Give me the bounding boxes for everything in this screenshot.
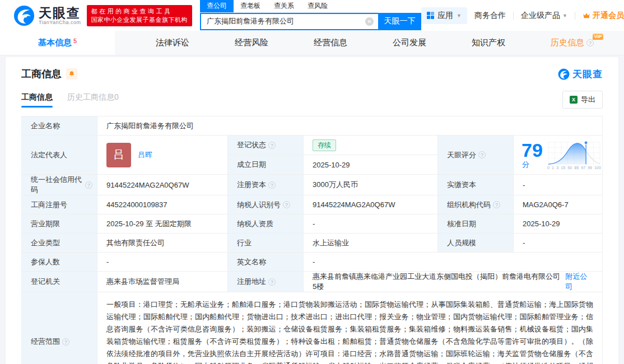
help-icon[interactable]: ? xyxy=(586,39,594,46)
tianyan-score-cell[interactable]: 79分 xyxy=(514,136,603,175)
tab-legal-proceedings[interactable]: 法律诉讼 xyxy=(151,31,194,55)
help-icon[interactable]: ? xyxy=(268,278,276,286)
help-icon[interactable]: ? xyxy=(493,201,500,208)
tab-label: 历史信息 xyxy=(551,38,584,48)
field-label: 天眼评分 ? xyxy=(438,136,514,175)
nav-enterprise-products[interactable]: 企业级产品 ▼ xyxy=(521,11,567,21)
field-value: 水上运输业 xyxy=(304,234,438,253)
company-info-table: 企业名称 广东揭阳前詹港务有限公司 法定代表人 吕 吕晖 登记状态 ? 存续 xyxy=(21,116,603,364)
registration-subtabs: 工商信息 历史工商信息0 X 导出 xyxy=(21,91,603,109)
field-label: 参保人数 xyxy=(22,253,97,272)
field-value: 2025-10-29 至 无固定期限 xyxy=(97,214,228,234)
search-tab-risk[interactable]: 查风险 xyxy=(301,0,334,12)
status-cell: 存续 xyxy=(304,136,437,155)
avatar[interactable]: 吕 xyxy=(106,143,131,167)
score-unit: 分 xyxy=(522,160,529,169)
company-name-cell: 广东揭阳前詹港务有限公司 xyxy=(97,116,602,136)
bell-icon xyxy=(68,71,75,77)
brand-logo[interactable]: 天眼查 TianYanCha.com xyxy=(13,5,81,26)
promo-line-2: 国家中小企业发展子基金旗下机构 xyxy=(91,16,188,24)
enterprise-label: 企业级产品 xyxy=(521,11,560,21)
registered-address-cell: 惠来县前詹镇惠来临港产业园工业大道东侧国电投（揭阳）前詹港电有限公司5楼 附近公… xyxy=(304,272,602,292)
chevron-down-icon: ▼ xyxy=(457,13,462,18)
tianyancha-watermark: 天眼查 xyxy=(558,68,603,81)
business-registration-card: 工商信息 天眼查 工商信息 历史工商信息0 X 导出 企业名称 xyxy=(6,57,618,364)
chart-axis-labels: 0131550859799100 xyxy=(547,166,601,170)
field-value: 2025-10-29 xyxy=(514,214,602,234)
tianyancha-logo-icon xyxy=(13,5,35,26)
search-button[interactable]: 天眼一下 xyxy=(378,13,421,30)
tab-label: 基本信息 xyxy=(38,38,72,48)
vip-label: 开通会员 xyxy=(593,11,624,21)
apps-menu[interactable]: 应用 ▼ xyxy=(421,7,467,24)
field-value: - xyxy=(97,253,228,272)
search-tab-relation[interactable]: 查关系 xyxy=(267,0,301,12)
chevron-down-icon: ▼ xyxy=(562,13,567,18)
table-row: 企业类型 其他有限责任公司 行业 水上运输业 人员规模 - xyxy=(22,234,602,253)
table-row: 法定代表人 吕 吕晖 登记状态 ? 存续 成立日期 2025-10-29 xyxy=(22,136,602,175)
search-input[interactable] xyxy=(200,13,378,30)
field-label: 实缴资本 xyxy=(438,175,514,195)
field-value: - xyxy=(304,253,602,272)
business-scope-text: 一般项目：港口理货；无船承运业务；船舶港口服务；港口货物装卸搬运活动；国际货物运… xyxy=(97,292,602,364)
page-title: 工商信息 xyxy=(21,67,62,81)
field-label: 纳税人资质 xyxy=(228,214,304,234)
vip-badge: VIP xyxy=(593,34,603,40)
nearby-companies-link[interactable]: 附近公司 xyxy=(565,272,593,292)
clear-search-icon[interactable]: ✕ xyxy=(365,17,374,26)
help-icon[interactable]: ? xyxy=(62,338,69,346)
subscribe-bell-chip[interactable] xyxy=(66,68,77,80)
apps-grid-icon xyxy=(427,12,434,19)
help-icon[interactable]: ? xyxy=(268,181,276,189)
score-distribution-chart: 0131550859799100 xyxy=(547,140,601,170)
tab-business-info[interactable]: 经营信息 xyxy=(309,31,352,55)
status-label: 登记状态 xyxy=(237,140,266,150)
field-label: 统一社会信用代码? xyxy=(22,175,97,195)
field-value: 445224000109837 xyxy=(97,195,228,214)
tab-basic-info[interactable]: 基本信息 5 xyxy=(0,31,115,55)
brand-domain: TianYanCha.com xyxy=(39,20,81,25)
field-value: 3000万人民币 xyxy=(304,175,438,195)
field-value: 91445224MAG2A0Q67W xyxy=(304,195,438,214)
divider xyxy=(513,12,514,20)
help-icon[interactable]: ? xyxy=(268,142,276,149)
nav-business-cooperation[interactable]: 商务合作 xyxy=(474,11,506,21)
field-label: 组织机构代码? xyxy=(438,195,514,214)
company-name: 广东揭阳前詹港务有限公司 xyxy=(106,121,194,131)
table-row: 工商注册号 445224000109837 纳税人识别号? 91445224MA… xyxy=(22,195,602,214)
tab-count-badge: 5 xyxy=(73,38,77,44)
tab-intellectual-property[interactable]: 知识产权 xyxy=(467,31,510,55)
subtab-current-registration[interactable]: 工商信息 xyxy=(21,92,53,108)
company-search: 查公司 查老板 查关系 查风险 ✕ 天眼一下 xyxy=(200,1,421,30)
excel-icon: X xyxy=(570,96,578,104)
table-row: 营业期限 2025-10-29 至 无固定期限 纳税人资质 - 核准日期 202… xyxy=(22,214,602,234)
field-label: 行业 xyxy=(228,234,304,253)
promo-banner: 都在用的商业查询工具 国家中小企业发展子基金旗下机构 xyxy=(87,5,193,26)
tab-company-development[interactable]: 公司发展 xyxy=(388,31,431,55)
field-value: 其他有限责任公司 xyxy=(97,234,228,253)
legal-rep-link[interactable]: 吕晖 xyxy=(138,150,152,160)
table-row: 经营范围? 一般项目：港口理货；无船承运业务；船舶港口服务；港口货物装卸搬运活动… xyxy=(22,292,602,364)
brand-name: 天眼查 xyxy=(39,6,81,20)
tab-operational-risk[interactable]: 经营风险 xyxy=(230,31,273,55)
search-tab-boss[interactable]: 查老板 xyxy=(234,0,267,12)
bell-curve-chart xyxy=(547,140,601,166)
field-value: - xyxy=(514,175,602,195)
open-vip-button[interactable]: 开通会员 ▼ xyxy=(583,11,624,21)
tab-history-info[interactable]: 历史信息 VIP ? xyxy=(546,31,598,55)
registered-address: 惠来县前詹镇惠来临港产业园工业大道东侧国电投（揭阳）前詹港电有限公司5楼 xyxy=(313,272,561,292)
help-icon[interactable]: ? xyxy=(283,201,290,208)
status-subtable: 登记状态 ? 存续 成立日期 2025-10-29 xyxy=(228,136,438,175)
subtab-history-registration[interactable]: 历史工商信息0 xyxy=(67,92,119,108)
field-label: 工商注册号 xyxy=(22,195,97,214)
tab-label: 经营信息 xyxy=(314,38,347,48)
search-tab-company[interactable]: 查公司 xyxy=(200,0,234,12)
field-value: 91445224MAG2A0Q67W xyxy=(97,175,228,195)
export-button[interactable]: X 导出 xyxy=(562,91,603,109)
help-icon[interactable]: ? xyxy=(85,181,92,189)
field-label: 人员规模 xyxy=(438,234,514,253)
crown-icon xyxy=(583,12,590,19)
status-badge: 存续 xyxy=(313,139,336,151)
help-icon[interactable]: ? xyxy=(478,151,486,158)
field-value: - xyxy=(304,214,438,234)
